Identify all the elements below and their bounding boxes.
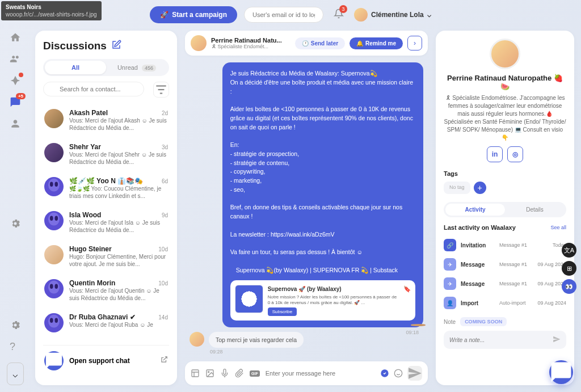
message-timestamp: 09:28 [210, 349, 423, 355]
tags-label: Tags [444, 170, 566, 177]
profile-tabs: Activity Details [444, 202, 566, 217]
profile-bio: 🎗 Spécialiste Endométriose. J'accompagne… [444, 94, 566, 142]
message-input[interactable] [266, 370, 374, 377]
notification-badge: 3 [339, 5, 347, 13]
activity-icon: 👤 [444, 297, 456, 309]
waalaxy-icon[interactable]: 👀 [562, 279, 576, 294]
time-ago: 10d [158, 280, 168, 286]
notifications-button[interactable]: 3 [334, 9, 344, 21]
discussion-item[interactable]: Akash Patel 2d Vous: Merci de l'ajout Ak… [43, 103, 169, 137]
user-menu[interactable]: Clémentine Lola ⌵ [354, 8, 431, 22]
discussion-item[interactable]: 🌿💉🌿 Yoo N 👔📚🎭 6d 🌿🍃🌿 Yoo: Coucou Clément… [43, 171, 169, 205]
profile-name: Perrine Ratinaud Naturopathe 🍓🍉 [444, 74, 566, 91]
svg-point-13 [48, 315, 60, 328]
note-input[interactable] [449, 337, 553, 343]
discussion-item[interactable]: Quentin Morin 10d Vous: Merci de l'ajout… [43, 273, 169, 307]
mic-icon[interactable] [220, 369, 229, 378]
chat-panel: Perrine Ratinaud Natu... 🎗 Spécialiste E… [185, 31, 428, 385]
avatar [44, 279, 64, 298]
send-button[interactable] [407, 366, 422, 381]
svg-point-14 [50, 318, 53, 323]
start-campaign-button[interactable]: 🚀 Start a campaign [150, 6, 237, 23]
chevron-down-icon: ⌵ [12, 369, 18, 380]
image-icon[interactable] [205, 369, 214, 378]
filter-button[interactable] [153, 82, 169, 98]
contact-name: Hugo Steiner [69, 245, 112, 253]
target-button[interactable]: ◎ [507, 146, 523, 162]
discussion-item[interactable]: Shehr Yar 3d Vous: Merci de l'ajout Sheh… [43, 137, 169, 171]
nav-expand-button[interactable]: ⌵ [7, 363, 24, 385]
emoji-icon[interactable] [394, 369, 403, 378]
tab-unread[interactable]: Unread 456 [106, 61, 167, 74]
nav-gear-icon[interactable] [10, 319, 21, 331]
message-preview: Hugo: Bonjour Clémentine, Merci pour vot… [69, 253, 168, 268]
svg-point-10 [48, 281, 60, 294]
contact-name: Quentin Morin [69, 279, 115, 287]
chat-header: Perrine Ratinaud Natu... 🎗 Spécialiste E… [185, 31, 428, 56]
floating-toolbar: 文A ⊞ 👀 [562, 243, 576, 294]
see-all-link[interactable]: See all [550, 225, 566, 230]
contact-name: Akash Patel [69, 109, 108, 117]
discussions-title: Discussions [43, 40, 107, 52]
chat-icon [44, 351, 64, 370]
avatar [44, 313, 64, 332]
nav-group-icon[interactable] [10, 118, 21, 129]
remind-me-button[interactable]: 🔔Remind me [350, 37, 403, 49]
next-button[interactable]: › [407, 36, 422, 50]
link-thumbnail [235, 285, 263, 313]
support-chat-row[interactable]: Open support chat [43, 345, 169, 376]
login-input[interactable] [244, 7, 323, 23]
clock-icon: 🕐 [302, 40, 309, 47]
bell-icon: 🔔 [356, 40, 363, 47]
discussion-item[interactable]: Hugo Steiner 10d Hugo: Bonjour Clémentin… [43, 239, 169, 273]
tab-activity[interactable]: Activity [445, 204, 505, 216]
chevron-down-icon: ⌵ [427, 11, 431, 19]
discussions-panel: Discussions All Unread 456 Akash Patel 2… [35, 31, 177, 385]
contact-name: Dr Ruba Ghaznavi ✔ [69, 313, 136, 321]
nav-people-icon[interactable] [10, 53, 21, 65]
avatar [44, 211, 64, 230]
tab-all[interactable]: All [45, 61, 106, 74]
edit-icon[interactable] [111, 40, 121, 52]
linkedin-button[interactable]: in [487, 146, 503, 162]
profile-panel: Perrine Ratinaud Naturopathe 🍓🍉 🎗 Spécia… [436, 31, 574, 385]
contact-name: Perrine Ratinaud Natu... [211, 37, 290, 44]
activity-row: 🔗 Invitation Message #1 Today [444, 235, 566, 255]
message-composer: GIF [185, 361, 428, 385]
svg-point-20 [394, 369, 402, 377]
search-input[interactable] [43, 82, 144, 96]
discussion-item[interactable]: Dr Ruba Ghaznavi ✔ 14d Vous: Merci de l'… [43, 307, 169, 338]
message-preview: Vous: Merci de l'ajout Isla ☺ Je suis Ré… [69, 219, 168, 234]
svg-point-5 [50, 182, 53, 187]
attach-icon[interactable] [235, 369, 244, 378]
link-preview-card[interactable]: Supernova 🚀 (by Waalaxy) Notre mission ?… [230, 280, 415, 321]
nav-help-icon[interactable]: ? [10, 341, 21, 352]
translate-icon[interactable]: 文A [562, 243, 576, 258]
contact-name: 🌿💉🌿 Yoo N 👔📚🎭 [69, 177, 143, 185]
activity-type: Message [461, 281, 495, 287]
contact-name: Isla Wood [69, 211, 101, 219]
nav-home-icon[interactable] [10, 32, 21, 43]
tab-details[interactable]: Details [505, 204, 565, 216]
template-icon[interactable] [191, 369, 200, 378]
send-later-button[interactable]: 🕐Send later [295, 37, 345, 49]
discussion-item[interactable]: Isla Wood 9d Vous: Merci de l'ajout Isla… [43, 205, 169, 239]
activity-date: 09 Aug 2024 [537, 300, 566, 306]
time-ago: 10d [158, 246, 168, 252]
nav-settings-icon[interactable] [10, 218, 21, 229]
nav-rocket-icon[interactable] [10, 75, 21, 86]
check-icon[interactable] [380, 369, 389, 378]
gif-icon[interactable]: GIF [250, 370, 260, 377]
help-chat-button[interactable] [549, 360, 573, 384]
outgoing-message: Je suis Rédactrice du Média de Waalaxy: … [222, 62, 423, 327]
nav-chat-icon[interactable]: +5 [10, 96, 21, 108]
add-tag-button[interactable]: + [474, 182, 486, 194]
grid-icon[interactable]: ⊞ [562, 261, 576, 276]
time-ago: 9d [162, 212, 168, 218]
time-ago: 6d [162, 178, 168, 184]
avatar [44, 245, 64, 264]
svg-point-7 [48, 213, 60, 226]
activity-type: Invitation [461, 242, 495, 248]
send-note-icon[interactable] [553, 335, 561, 344]
subscribe-button[interactable]: Subscribe [268, 307, 297, 316]
